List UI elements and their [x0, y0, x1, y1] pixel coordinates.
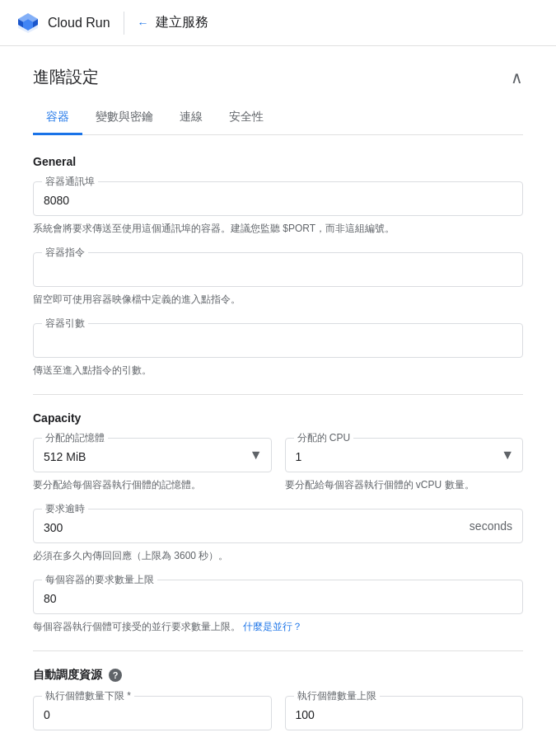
capacity-section-title: Capacity — [33, 411, 523, 425]
tab-container[interactable]: 容器 — [33, 101, 82, 135]
port-field-group: 容器通訊埠 系統會將要求傳送至使用這個通訊埠的容器。建議您監聽 $PORT，而非… — [33, 181, 523, 236]
concurrency-input[interactable] — [34, 580, 522, 613]
app-name-label: Cloud Run — [48, 16, 110, 31]
cmd-hint: 留空即可使用容器映像檔中定義的進入點指令。 — [33, 292, 523, 307]
autoscale-inputs-row: 執行個體數量下限 * 執行個體數量上限 — [33, 696, 523, 747]
tab-connect[interactable]: 連線 — [166, 101, 216, 135]
tab-vars[interactable]: 變數與密鑰 — [82, 101, 166, 135]
timeout-field-group: 要求逾時 seconds 必須在多久內傳回回應（上限為 3600 秒）。 — [33, 509, 523, 563]
memory-field-group: 分配的記憶體 128 MiB 256 MiB 512 MiB 1 GiB 2 G… — [33, 438, 272, 492]
page-title: 建立服務 — [156, 14, 208, 31]
tabs-bar: 容器 變數與密鑰 連線 安全性 — [33, 101, 523, 135]
concurrency-hint: 每個容器執行個體可接受的並行要求數量上限。 什麼是並行？ — [33, 619, 523, 634]
cpu-select-wrapper: 分配的 CPU 1 2 4 8 ▼ — [285, 438, 524, 472]
memory-cpu-row: 分配的記憶體 128 MiB 256 MiB 512 MiB 1 GiB 2 G… — [33, 438, 523, 509]
timeout-input-wrapper: 要求逾時 seconds — [33, 509, 523, 543]
port-input-wrapper: 容器通訊埠 — [33, 181, 523, 216]
min-instances-input[interactable] — [34, 697, 271, 730]
cmd-input[interactable] — [34, 253, 522, 286]
args-field-group: 容器引數 傳送至進入點指令的引數。 — [33, 323, 523, 378]
max-instances-input-wrapper: 執行個體數量上限 — [285, 696, 524, 730]
general-section-title: General — [33, 155, 523, 168]
main-content: 進階設定 ∧ 容器 變數與密鑰 連線 安全性 General 容器通訊埠 系統會… — [0, 46, 556, 756]
section-divider-2 — [33, 650, 523, 651]
timeout-input[interactable] — [34, 509, 522, 542]
max-instances-input[interactable] — [286, 697, 523, 730]
memory-hint: 要分配給每個容器執行個體的記憶體。 — [33, 477, 272, 492]
cpu-field-group: 分配的 CPU 1 2 4 8 ▼ 要分配給每個容器執行個體的 vCPU 數量。 — [285, 438, 524, 492]
tab-security[interactable]: 安全性 — [216, 101, 277, 135]
autoscale-section: 自動調度資源 ? 執行個體數量下限 * 執行個體數量上限 — [33, 668, 523, 747]
concurrency-link[interactable]: 什麼是並行？ — [243, 621, 302, 632]
cpu-select[interactable]: 1 2 4 8 — [286, 439, 523, 472]
args-hint: 傳送至進入點指令的引數。 — [33, 363, 523, 378]
port-input[interactable] — [34, 182, 522, 215]
autoscale-title: 自動調度資源 ? — [33, 668, 523, 683]
section-divider-1 — [33, 394, 523, 395]
back-button[interactable]: ← — [138, 16, 149, 30]
args-input-wrapper: 容器引數 — [33, 323, 523, 358]
concurrency-input-wrapper: 每個容器的要求數量上限 — [33, 580, 523, 614]
collapse-icon[interactable]: ∧ — [511, 68, 523, 87]
max-instances-field-group: 執行個體數量上限 — [285, 696, 524, 730]
min-instances-field-group: 執行個體數量下限 * — [33, 696, 272, 730]
section-header: 進階設定 ∧ — [33, 66, 523, 88]
cmd-field-group: 容器指令 留空即可使用容器映像檔中定義的進入點指令。 — [33, 252, 523, 307]
args-input[interactable] — [34, 324, 522, 357]
timeout-hint: 必須在多久內傳回回應（上限為 3600 秒）。 — [33, 548, 523, 563]
autoscale-help-icon[interactable]: ? — [109, 669, 122, 682]
cpu-hint: 要分配給每個容器執行個體的 vCPU 數量。 — [285, 477, 524, 492]
port-hint: 系統會將要求傳送至使用這個通訊埠的容器。建議您監聽 $PORT，而非這組編號。 — [33, 221, 523, 236]
cmd-input-wrapper: 容器指令 — [33, 252, 523, 287]
topbar-nav: ← 建立服務 — [138, 14, 208, 31]
topbar-divider — [124, 12, 124, 35]
memory-select[interactable]: 128 MiB 256 MiB 512 MiB 1 GiB 2 GiB 4 Gi… — [34, 439, 271, 472]
app-logo: Cloud Run — [16, 12, 110, 35]
section-title: 進階設定 — [33, 66, 99, 88]
memory-select-wrapper: 分配的記憶體 128 MiB 256 MiB 512 MiB 1 GiB 2 G… — [33, 438, 272, 472]
min-instances-input-wrapper: 執行個體數量下限 * — [33, 696, 272, 730]
topbar: Cloud Run ← 建立服務 — [0, 0, 556, 46]
cloud-run-icon — [16, 12, 40, 35]
concurrency-field-group: 每個容器的要求數量上限 每個容器執行個體可接受的並行要求數量上限。 什麼是並行？ — [33, 580, 523, 634]
